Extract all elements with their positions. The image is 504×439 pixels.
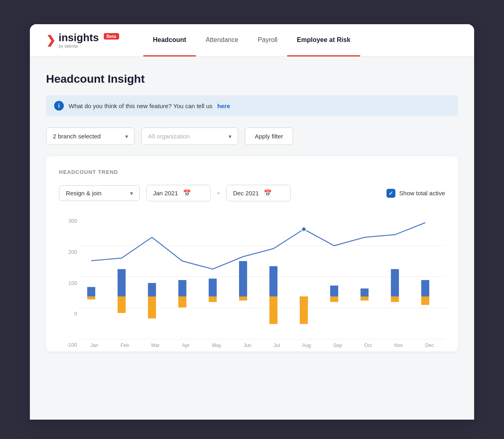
bar-orange-jan	[87, 297, 95, 299]
info-text: What do you think of this new feature? Y…	[69, 102, 212, 109]
tab-employee-at-risk[interactable]: Employee at Risk	[287, 24, 360, 56]
bar-blue-nov	[391, 269, 399, 297]
date-end-picker[interactable]: Dec 2021 📅	[226, 185, 291, 201]
beta-badge: Beta	[104, 33, 119, 40]
view-select-value: Resign & join	[66, 190, 101, 197]
bar-orange-oct	[361, 297, 369, 301]
y-label-2: 100	[59, 280, 77, 286]
calendar-start-icon: 📅	[183, 189, 191, 197]
date-start-value: Jan 2021	[153, 190, 178, 197]
x-label-mar: Mar	[151, 343, 160, 348]
filters-row: 2 branch selected ▾ All organization ▾ A…	[46, 128, 458, 145]
bar-orange-nov	[391, 297, 399, 302]
logo-area: ❯ insights by talenta Beta	[46, 32, 119, 48]
trend-line-dot	[302, 227, 306, 232]
app-container: ❯ insights by talenta Beta Headcount Att…	[30, 24, 474, 420]
bar-blue-oct	[361, 288, 369, 297]
bar-blue-feb	[118, 269, 126, 297]
info-banner: i What do you think of this new feature?…	[46, 95, 458, 116]
show-total-area: ✓ Show total active	[386, 189, 445, 198]
chart-card: HEADCOUNT TREND Resign & join ▾ Jan 2021…	[46, 156, 458, 351]
calendar-end-icon: 📅	[264, 189, 272, 197]
bar-blue-apr	[178, 280, 187, 297]
bar-orange-apr	[178, 297, 187, 307]
date-end-value: Dec 2021	[233, 190, 259, 197]
branch-select-value: 2 branch selected	[53, 133, 101, 140]
trend-line	[91, 223, 425, 269]
chart-y-labels: -100 0 100 200 300	[59, 214, 77, 351]
show-total-label: Show total active	[399, 190, 445, 197]
date-separator: -	[217, 189, 220, 197]
chart-svg	[79, 214, 445, 324]
tab-headcount[interactable]: Headcount	[143, 24, 196, 56]
y-label-3: 200	[59, 249, 77, 255]
org-select[interactable]: All organization ▾	[141, 128, 238, 145]
branch-select[interactable]: 2 branch selected ▾	[46, 128, 135, 145]
y-label-4: 300	[59, 218, 77, 224]
chart-controls: Resign & join ▾ Jan 2021 📅 - Dec 2021 📅 …	[59, 185, 445, 201]
org-select-placeholder: All organization	[148, 133, 190, 140]
logo-sub-text: by talenta	[59, 44, 99, 48]
bar-blue-jun	[239, 261, 247, 297]
info-link[interactable]: here	[217, 102, 230, 109]
logo-main-text: insights	[59, 32, 99, 43]
logo-chevron-icon: ❯	[46, 35, 55, 46]
x-label-dec: Dec	[425, 343, 434, 348]
x-label-may: May	[212, 343, 221, 348]
branch-chevron-icon: ▾	[125, 133, 128, 140]
x-label-nov: Nov	[394, 343, 403, 348]
checkmark-icon: ✓	[388, 190, 393, 197]
y-label-1: 0	[59, 311, 77, 316]
x-label-oct: Oct	[364, 343, 372, 348]
nav-tabs: Headcount Attendance Payroll Employee at…	[143, 24, 360, 56]
bar-blue-dec	[421, 280, 429, 297]
bar-orange-mar	[148, 297, 156, 318]
bar-blue-jan	[87, 287, 95, 297]
org-chevron-icon: ▾	[229, 133, 231, 140]
info-icon: i	[54, 101, 64, 111]
tab-payroll[interactable]: Payroll	[248, 24, 287, 56]
top-nav: ❯ insights by talenta Beta Headcount Att…	[30, 24, 474, 56]
bar-orange-feb	[118, 297, 126, 313]
x-label-jun: Jun	[244, 343, 251, 348]
page-content: Headcount Insight i What do you think of…	[30, 56, 474, 420]
bar-orange-jul	[269, 297, 277, 324]
view-chevron-icon: ▾	[130, 190, 133, 197]
logo-text-group: insights by talenta	[59, 32, 99, 48]
x-label-feb: Feb	[120, 343, 129, 348]
x-label-jan: Jan	[90, 343, 98, 348]
bar-orange-jun	[239, 297, 247, 301]
chart-inner: Jan Feb Mar Apr May Jun Jul Aug Sep Oct …	[79, 214, 445, 351]
apply-filter-button[interactable]: Apply filter	[245, 128, 293, 145]
view-select[interactable]: Resign & join ▾	[59, 185, 140, 201]
page-title: Headcount Insight	[46, 73, 458, 86]
y-label-0: -100	[59, 342, 77, 347]
bar-orange-sep	[330, 297, 338, 302]
x-label-sep: Sep	[333, 343, 342, 348]
bar-blue-jul	[269, 266, 277, 297]
show-total-checkbox[interactable]: ✓	[386, 189, 395, 198]
bar-orange-dec	[421, 297, 429, 305]
date-start-picker[interactable]: Jan 2021 📅	[146, 185, 211, 201]
tab-attendance[interactable]: Attendance	[196, 24, 248, 56]
bar-orange-aug	[300, 297, 308, 324]
chart-section-title: HEADCOUNT TREND	[59, 169, 445, 175]
bar-blue-mar	[148, 283, 156, 297]
chart-x-labels: Jan Feb Mar Apr May Jun Jul Aug Sep Oct …	[79, 339, 445, 351]
x-label-apr: Apr	[182, 343, 190, 348]
chart-area: -100 0 100 200 300	[59, 214, 445, 351]
bar-blue-sep	[330, 286, 338, 297]
x-label-jul: Jul	[274, 343, 280, 348]
x-label-aug: Aug	[302, 343, 311, 348]
bar-blue-may	[209, 278, 217, 296]
bar-orange-may	[209, 297, 217, 302]
